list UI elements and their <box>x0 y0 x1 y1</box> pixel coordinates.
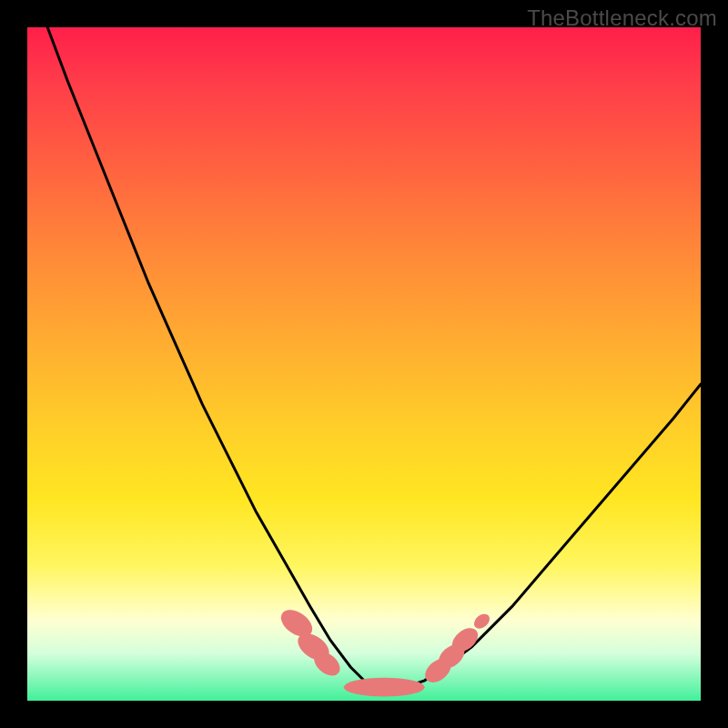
bottleneck-curve <box>47 27 701 687</box>
chart-svg <box>27 27 701 701</box>
marker-layer <box>277 604 493 696</box>
chart-frame: TheBottleneck.com <box>0 0 728 728</box>
bottom-bar <box>344 678 425 697</box>
plot-area <box>27 27 701 701</box>
curve-layer <box>47 27 701 687</box>
